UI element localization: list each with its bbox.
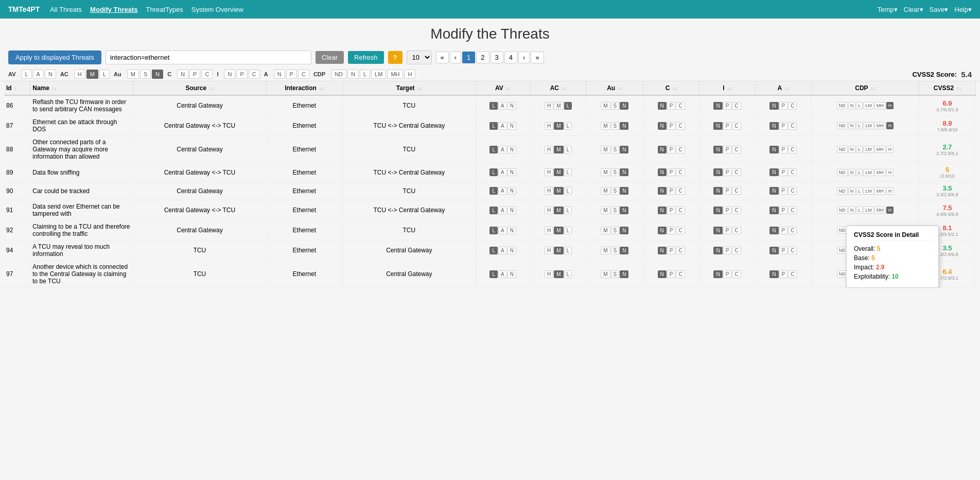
- cdp-btn-ND[interactable]: ND: [837, 102, 848, 109]
- cdp-btn-N[interactable]: N: [848, 207, 856, 214]
- nav-save[interactable]: Save▾: [930, 6, 949, 13]
- pg-3[interactable]: 3: [491, 52, 503, 63]
- metric-btn-N[interactable]: N: [620, 102, 628, 110]
- metric-btn-P[interactable]: P: [667, 122, 676, 130]
- metric-btn-P[interactable]: P: [667, 102, 676, 110]
- metric-btn-N[interactable]: N: [620, 247, 628, 254]
- metric-btn-C[interactable]: C: [788, 146, 797, 153]
- cdp-btn-LM[interactable]: LM: [863, 169, 874, 176]
- metric-btn-N[interactable]: N: [713, 122, 722, 130]
- cdp-N[interactable]: N: [347, 70, 359, 79]
- metric-btn-M[interactable]: M: [554, 102, 563, 110]
- metric-btn-P[interactable]: P: [723, 168, 732, 176]
- cdp-btn-ND[interactable]: ND: [837, 169, 848, 176]
- metric-btn-L[interactable]: L: [489, 168, 498, 176]
- au-M[interactable]: M: [127, 70, 139, 79]
- pg-prev[interactable]: ‹: [450, 52, 461, 63]
- metric-btn-N[interactable]: N: [769, 270, 778, 278]
- cdp-btn-LM[interactable]: LM: [863, 122, 874, 129]
- metric-btn-C[interactable]: C: [676, 270, 685, 278]
- metric-btn-S[interactable]: S: [611, 122, 620, 130]
- metric-btn-N[interactable]: N: [713, 146, 722, 153]
- metric-btn-N[interactable]: N: [658, 102, 667, 110]
- cdp-btn-H[interactable]: H: [886, 122, 894, 129]
- metric-btn-P[interactable]: P: [723, 207, 732, 214]
- metric-btn-P[interactable]: P: [667, 187, 676, 195]
- refresh-button[interactable]: Refresh: [348, 51, 384, 64]
- metric-btn-N[interactable]: N: [769, 168, 778, 176]
- pg-1[interactable]: 1: [462, 52, 475, 63]
- cdp-btn-L[interactable]: L: [856, 122, 863, 129]
- metric-btn-C[interactable]: C: [676, 122, 685, 130]
- th-id[interactable]: Id ↕: [4, 81, 30, 95]
- metric-btn-N[interactable]: N: [769, 207, 778, 214]
- metric-btn-P[interactable]: P: [779, 247, 788, 254]
- a-N[interactable]: N: [274, 70, 285, 79]
- av-L[interactable]: L: [21, 70, 31, 79]
- metric-btn-N[interactable]: N: [769, 122, 778, 130]
- page-size-select[interactable]: 10 25 50: [407, 50, 432, 64]
- metric-btn-C[interactable]: C: [732, 270, 741, 278]
- metric-btn-A[interactable]: A: [498, 122, 507, 130]
- metric-btn-L[interactable]: L: [489, 102, 498, 110]
- au-S[interactable]: S: [140, 70, 151, 79]
- pg-first[interactable]: «: [436, 52, 449, 63]
- nav-help[interactable]: Help▾: [954, 6, 972, 13]
- metric-btn-N[interactable]: N: [507, 227, 516, 234]
- metric-btn-N[interactable]: N: [620, 270, 628, 278]
- metric-btn-C[interactable]: C: [732, 168, 741, 176]
- cdp-btn-N[interactable]: N: [848, 102, 856, 109]
- metric-btn-C[interactable]: C: [732, 146, 741, 153]
- metric-btn-N[interactable]: N: [713, 102, 722, 110]
- metric-btn-H[interactable]: H: [545, 122, 553, 130]
- th-au[interactable]: Au ↑↓: [586, 81, 643, 95]
- metric-btn-N[interactable]: N: [658, 270, 667, 278]
- cdp-btn-H[interactable]: H: [886, 207, 894, 214]
- metric-btn-N[interactable]: N: [507, 122, 516, 130]
- metric-btn-H[interactable]: H: [545, 247, 553, 254]
- cdp-btn-L[interactable]: L: [856, 169, 863, 176]
- metric-btn-N[interactable]: N: [769, 247, 778, 254]
- pg-2[interactable]: 2: [476, 52, 489, 63]
- metric-btn-N[interactable]: N: [620, 227, 628, 234]
- metric-btn-L[interactable]: L: [564, 247, 572, 254]
- metric-btn-C[interactable]: C: [788, 247, 797, 254]
- metric-btn-C[interactable]: C: [676, 227, 685, 234]
- metric-btn-P[interactable]: P: [779, 270, 788, 278]
- metric-btn-P[interactable]: P: [723, 187, 732, 195]
- cdp-L[interactable]: L: [360, 70, 370, 79]
- metric-btn-P[interactable]: P: [667, 168, 676, 176]
- cdp-btn-ND[interactable]: ND: [837, 207, 848, 214]
- metric-btn-L[interactable]: L: [489, 122, 498, 130]
- metric-btn-H[interactable]: H: [545, 207, 553, 214]
- metric-btn-P[interactable]: P: [723, 146, 732, 153]
- metric-btn-C[interactable]: C: [732, 247, 741, 254]
- metric-btn-C[interactable]: C: [732, 207, 741, 214]
- metric-btn-N[interactable]: N: [507, 146, 516, 153]
- th-ac[interactable]: AC ↑↓: [530, 81, 586, 95]
- metric-btn-M[interactable]: M: [554, 247, 563, 254]
- nav-modify-threats[interactable]: Modify Threats: [90, 6, 137, 13]
- metric-btn-M[interactable]: M: [601, 247, 610, 254]
- metric-btn-M[interactable]: M: [554, 146, 563, 153]
- metric-btn-P[interactable]: P: [779, 102, 788, 110]
- th-name[interactable]: Name ↑↓: [30, 81, 133, 95]
- cdp-H[interactable]: H: [404, 70, 415, 79]
- metric-btn-S[interactable]: S: [611, 270, 620, 278]
- metric-btn-M[interactable]: M: [601, 207, 610, 214]
- metric-btn-M[interactable]: M: [601, 270, 610, 278]
- metric-btn-S[interactable]: S: [611, 168, 620, 176]
- metric-btn-M[interactable]: M: [554, 187, 563, 195]
- cdp-btn-N[interactable]: N: [848, 122, 856, 129]
- metric-btn-N[interactable]: N: [507, 102, 516, 110]
- metric-btn-N[interactable]: N: [713, 270, 722, 278]
- cdp-btn-L[interactable]: L: [856, 207, 863, 214]
- metric-btn-P[interactable]: P: [779, 207, 788, 214]
- metric-btn-A[interactable]: A: [498, 227, 507, 234]
- clear-search-button[interactable]: Clear: [316, 51, 344, 64]
- c-C[interactable]: C: [201, 70, 213, 79]
- metric-btn-L[interactable]: L: [564, 207, 572, 214]
- metric-btn-C[interactable]: C: [788, 122, 797, 130]
- a-P[interactable]: P: [286, 70, 297, 79]
- ac-H[interactable]: H: [74, 70, 85, 79]
